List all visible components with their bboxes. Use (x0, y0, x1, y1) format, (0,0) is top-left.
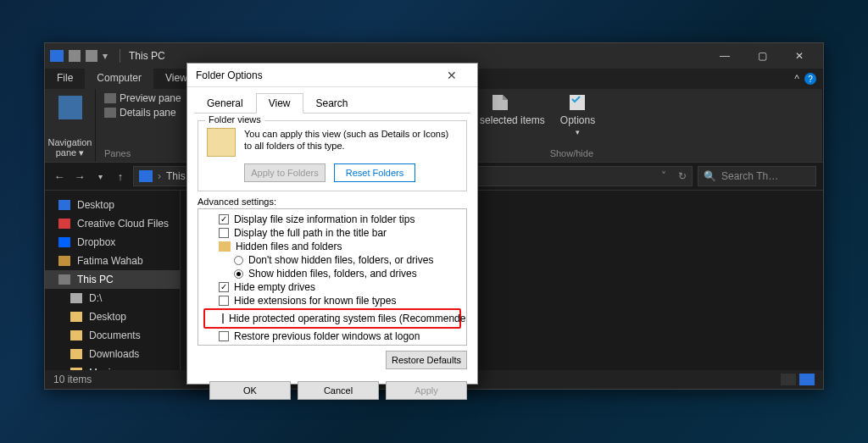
apply-to-folders-button[interactable]: Apply to Folders (244, 163, 326, 182)
adv-item-label: Hide protected operating system files (R… (229, 313, 467, 324)
options-button[interactable]: Options ▾ (560, 92, 595, 136)
tree-d-drive[interactable]: D:\ (45, 289, 180, 307)
checkbox-icon[interactable] (219, 282, 229, 292)
hide-selected-icon (490, 92, 510, 113)
search-icon: 🔍 (704, 170, 716, 182)
address-dropdown-icon[interactable]: ˅ (661, 170, 666, 182)
dialog-close-button[interactable]: ✕ (435, 69, 469, 82)
highlighted-setting: Hide protected operating system files (R… (203, 308, 461, 329)
search-placeholder: Search Th… (721, 170, 778, 182)
showhide-group-label: Show/hide (550, 148, 593, 158)
tab-general[interactable]: General (194, 93, 256, 114)
tree-dropbox[interactable]: Dropbox (45, 233, 180, 252)
apply-button[interactable]: Apply (386, 381, 467, 400)
tree-desktop-folder[interactable]: Desktop (45, 307, 180, 326)
adv-item-label: Don't show hidden files, folders, or dri… (248, 254, 433, 266)
adv-item-5[interactable]: Hide empty drives (203, 280, 461, 294)
checkbox-icon[interactable] (219, 331, 229, 341)
tree-desktop[interactable]: Desktop (45, 196, 180, 214)
close-button[interactable]: ✕ (781, 43, 818, 69)
ribbon-group-panes: Preview pane Details pane Panes (96, 89, 191, 162)
tree-downloads[interactable]: Downloads (45, 345, 180, 363)
adv-item-label: Hidden files and folders (236, 241, 342, 252)
folder-views-text: You can apply this view (such as Details… (244, 128, 458, 152)
options-icon (567, 92, 587, 113)
adv-item-4[interactable]: Show hidden files, folders, and drives (203, 267, 461, 280)
dialog-title: Folder Options (196, 69, 263, 81)
adv-item-2[interactable]: Hidden files and folders (203, 240, 461, 253)
tree-music[interactable]: Music (45, 363, 180, 370)
dialog-titlebar: Folder Options ✕ (187, 64, 477, 87)
restore-defaults-button[interactable]: Restore Defaults (386, 351, 467, 369)
forward-button[interactable]: → (72, 170, 87, 183)
search-input[interactable]: 🔍 Search Th… (698, 166, 816, 186)
adv-item-label: Show hidden files, folders, and drives (248, 268, 417, 280)
explorer-title: This PC (129, 50, 165, 62)
advanced-settings-list[interactable]: Display file size information in folder … (198, 208, 467, 346)
checkbox-icon[interactable] (219, 345, 229, 346)
maximize-button[interactable]: ▢ (743, 43, 781, 69)
tab-view-dialog[interactable]: View (256, 93, 303, 114)
tab-computer[interactable]: Computer (85, 69, 153, 89)
folder-icon (219, 241, 231, 252)
details-pane-toggle[interactable]: Details pane (104, 107, 181, 119)
collapse-ribbon-icon[interactable]: ^ (794, 73, 799, 85)
preview-pane-toggle[interactable]: Preview pane (104, 92, 181, 104)
ok-button[interactable]: OK (209, 381, 291, 400)
tree-this-pc[interactable]: This PC (45, 270, 180, 289)
cancel-button[interactable]: Cancel (298, 381, 379, 400)
adv-item-3[interactable]: Don't show hidden files, folders, or dri… (203, 253, 461, 267)
ribbon-group-navpane: Navigation pane ▾ (45, 89, 96, 162)
view-large-icon[interactable] (799, 374, 815, 385)
checkbox-icon[interactable] (219, 296, 229, 306)
dialog-footer: OK Cancel Apply (187, 381, 477, 400)
adv-item-0[interactable]: Display file size information in folder … (203, 213, 461, 226)
tree-documents[interactable]: Documents (45, 326, 180, 345)
folder-views-icon (207, 128, 236, 157)
adv-item-label: Show drive letters (234, 344, 314, 346)
adv-item-9[interactable]: Show drive letters (203, 343, 461, 346)
tab-file[interactable]: File (45, 69, 85, 89)
radio-icon[interactable] (234, 269, 243, 279)
checkbox-icon[interactable] (219, 214, 229, 224)
folder-views-group: Folder views You can apply this view (su… (198, 120, 467, 191)
adv-item-label: Restore previous folder windows at logon (234, 330, 420, 342)
adv-item-label: Display the full path in the title bar (234, 227, 387, 239)
back-button[interactable]: ← (52, 170, 67, 183)
adv-item-6[interactable]: Hide extensions for known file types (203, 294, 461, 307)
minimize-button[interactable]: — (706, 43, 743, 69)
pc-icon (50, 50, 64, 62)
recent-dropdown[interactable]: ▾ (92, 172, 108, 181)
tree-creative-cloud[interactable]: Creative Cloud Files (45, 214, 180, 233)
navpane-icon[interactable] (58, 96, 82, 119)
adv-item-label: Hide empty drives (234, 281, 315, 293)
status-text: 10 items (53, 374, 92, 385)
up-button[interactable]: ↑ (113, 170, 128, 183)
adv-item-label: Hide extensions for known file types (234, 295, 396, 307)
refresh-icon[interactable]: ↻ (678, 170, 687, 182)
qat-icon-2[interactable] (86, 50, 97, 62)
adv-item-8[interactable]: Restore previous folder windows at logon (203, 329, 461, 343)
advanced-label: Advanced settings: (198, 197, 467, 207)
adv-item-7[interactable]: Hide protected operating system files (R… (207, 312, 458, 325)
nav-tree[interactable]: Desktop Creative Cloud Files Dropbox Fat… (45, 191, 181, 370)
checkbox-icon[interactable] (219, 228, 229, 238)
help-icon[interactable]: ? (804, 73, 816, 85)
svg-rect-0 (570, 95, 585, 110)
radio-icon[interactable] (234, 256, 243, 265)
adv-item-label: Display file size information in folder … (234, 213, 415, 225)
tab-search[interactable]: Search (303, 93, 361, 114)
reset-folders-button[interactable]: Reset Folders (334, 163, 415, 182)
view-details-icon[interactable] (781, 374, 796, 385)
folder-options-dialog: Folder Options ✕ General View Search Fol… (186, 63, 478, 385)
tree-user[interactable]: Fatima Wahab (45, 252, 180, 270)
folder-views-legend: Folder views (205, 114, 264, 125)
qat-icon-1[interactable] (69, 50, 81, 62)
adv-item-1[interactable]: Display the full path in the title bar (203, 226, 461, 240)
pc-crumb-icon (139, 170, 153, 182)
dialog-tabs: General View Search (194, 92, 470, 114)
checkbox-icon[interactable] (222, 313, 224, 324)
qat-dropdown-icon[interactable]: ▾ (103, 50, 114, 62)
navpane-button[interactable]: Navigation pane ▾ (48, 137, 92, 158)
panes-group-label: Panes (104, 148, 131, 158)
